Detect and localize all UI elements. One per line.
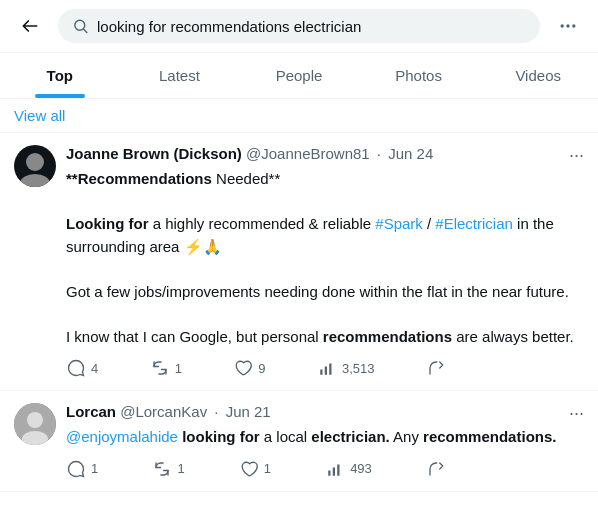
chart-icon <box>325 459 345 479</box>
tweet-author-name: Lorcan <box>66 403 116 420</box>
tweet-author-name: Joanne Brown (Dickson) <box>66 145 242 162</box>
reply-button[interactable]: 1 <box>66 459 98 479</box>
tweet-more-button[interactable]: ··· <box>569 403 584 424</box>
tweet-content: **Recommendations Needed** Looking for a… <box>66 168 584 348</box>
reply-count: 4 <box>91 361 98 376</box>
retweet-count: 1 <box>177 461 184 476</box>
share-button[interactable] <box>426 459 446 479</box>
tweet-row: Lorcan @LorcanKav · Jun 21 ··· @enjoymal… <box>0 391 598 492</box>
heart-icon <box>233 358 253 378</box>
tweet-header: Joanne Brown (Dickson) @JoanneBrown81 · … <box>66 145 584 166</box>
avatar <box>14 145 56 187</box>
tweet-handle: @JoanneBrown81 <box>246 145 370 162</box>
share-icon <box>426 358 446 378</box>
svg-point-5 <box>20 174 50 187</box>
tweet-actions: 1 1 1 493 <box>66 459 446 479</box>
tweet-more-button[interactable]: ··· <box>569 145 584 166</box>
tab-photos[interactable]: Photos <box>359 53 479 98</box>
retweet-icon <box>150 358 170 378</box>
share-icon <box>426 459 446 479</box>
tweet-header: Lorcan @LorcanKav · Jun 21 ··· <box>66 403 584 424</box>
tab-videos[interactable]: Videos <box>478 53 598 98</box>
share-button[interactable] <box>426 358 446 378</box>
tweet-content: @enjoymalahide looking for a local elect… <box>66 426 584 449</box>
svg-point-2 <box>566 24 569 27</box>
like-button[interactable]: 1 <box>239 459 271 479</box>
svg-point-1 <box>561 24 564 27</box>
svg-point-4 <box>26 153 44 171</box>
retweet-button[interactable]: 1 <box>150 358 182 378</box>
views-button[interactable]: 3,513 <box>317 358 375 378</box>
more-options-button[interactable] <box>550 8 586 44</box>
retweet-icon <box>152 459 172 479</box>
header <box>0 0 598 53</box>
svg-rect-8 <box>329 364 331 375</box>
views-count: 493 <box>350 461 372 476</box>
tweet-body: Lorcan @LorcanKav · Jun 21 ··· @enjoymal… <box>66 403 584 479</box>
tweet-handle: @LorcanKav <box>120 403 207 420</box>
svg-point-11 <box>27 412 43 428</box>
views-button[interactable]: 493 <box>325 459 372 479</box>
svg-rect-13 <box>328 470 330 475</box>
like-count: 1 <box>264 461 271 476</box>
tweet-date: Jun 24 <box>388 145 433 162</box>
avatar <box>14 403 56 445</box>
tab-people[interactable]: People <box>239 53 359 98</box>
tweet-meta: Lorcan @LorcanKav · Jun 21 <box>66 403 271 420</box>
retweet-count: 1 <box>175 361 182 376</box>
tweet-body: Joanne Brown (Dickson) @JoanneBrown81 · … <box>66 145 584 378</box>
reply-icon <box>66 358 86 378</box>
tweet-actions: 4 1 9 3,513 <box>66 358 446 378</box>
reply-icon <box>66 459 86 479</box>
retweet-button[interactable]: 1 <box>152 459 184 479</box>
tweet-date: Jun 21 <box>226 403 271 420</box>
tabs-bar: Top Latest People Photos Videos <box>0 53 598 99</box>
search-bar[interactable] <box>58 9 540 43</box>
svg-rect-14 <box>333 467 335 475</box>
svg-rect-7 <box>325 367 327 375</box>
tab-top[interactable]: Top <box>0 53 120 98</box>
reply-count: 1 <box>91 461 98 476</box>
svg-rect-15 <box>337 464 339 475</box>
search-icon <box>72 17 89 35</box>
like-count: 9 <box>258 361 265 376</box>
heart-icon <box>239 459 259 479</box>
tab-latest[interactable]: Latest <box>120 53 240 98</box>
tweet-row: Joanne Brown (Dickson) @JoanneBrown81 · … <box>0 133 598 391</box>
tweet-meta: Joanne Brown (Dickson) @JoanneBrown81 · … <box>66 145 433 162</box>
reply-button[interactable]: 4 <box>66 358 98 378</box>
svg-rect-6 <box>320 370 322 375</box>
view-all-link[interactable]: View all <box>0 99 598 133</box>
views-count: 3,513 <box>342 361 375 376</box>
ellipsis-icon <box>558 16 578 36</box>
back-button[interactable] <box>12 8 48 44</box>
chart-icon <box>317 358 337 378</box>
search-input[interactable] <box>97 18 526 35</box>
like-button[interactable]: 9 <box>233 358 265 378</box>
svg-point-3 <box>572 24 575 27</box>
